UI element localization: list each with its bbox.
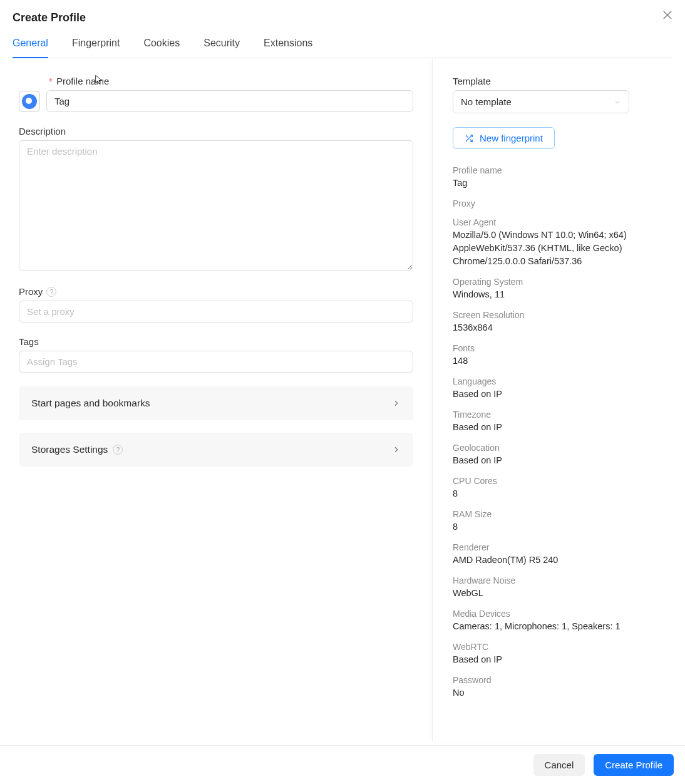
info-item: GeolocationBased on IP (453, 443, 666, 467)
info-item: Hardware NoiseWebGL (453, 575, 666, 600)
chevron-down-icon (614, 98, 621, 106)
tags-label: Tags (19, 336, 413, 347)
info-value: Based on IP (453, 421, 666, 434)
info-value: WebGL (453, 587, 666, 600)
info-item: Fonts148 (453, 343, 666, 368)
tab-security[interactable]: Security (203, 34, 240, 58)
info-key: Screen Resolution (453, 310, 666, 320)
chevron-right-icon (392, 445, 401, 454)
info-key: User Agent (453, 217, 666, 227)
help-icon[interactable]: ? (113, 445, 123, 455)
info-key: CPU Cores (453, 476, 666, 486)
info-value: Based on IP (453, 388, 666, 401)
info-item: CPU Cores8 (453, 476, 666, 500)
close-icon[interactable] (661, 9, 674, 21)
info-value: AMD Radeon(TM) R5 240 (453, 554, 666, 567)
page-title: Create Profile (13, 11, 672, 24)
info-value: 148 (453, 354, 666, 368)
profile-name-label: Profile name (56, 76, 109, 86)
svg-line-4 (466, 135, 468, 137)
info-key: Media Devices (453, 609, 666, 619)
template-select[interactable]: No template (453, 90, 629, 113)
info-key: Renderer (453, 542, 666, 552)
info-key: Languages (453, 376, 666, 386)
info-item: PasswordNo (453, 675, 666, 699)
info-item: WebRTCBased on IP (453, 642, 666, 666)
info-key: Geolocation (453, 443, 666, 453)
info-value: 8 (453, 520, 666, 534)
description-label: Description (19, 126, 413, 137)
info-key: RAM Size (453, 509, 666, 519)
required-asterisk: * (49, 76, 53, 86)
help-icon[interactable]: ? (46, 287, 56, 297)
info-key: Fonts (453, 343, 666, 353)
template-label: Template (453, 76, 666, 86)
info-key: Operating System (453, 277, 666, 287)
create-profile-button[interactable]: Create Profile (594, 754, 674, 776)
info-value: 1536x864 (453, 321, 666, 334)
info-key: Profile name (453, 165, 666, 175)
info-value: Based on IP (453, 653, 666, 666)
info-item: Screen Resolution1536x864 (453, 310, 666, 334)
globe-icon (22, 94, 37, 109)
info-item: User AgentMozilla/5.0 (Windows NT 10.0; … (453, 217, 666, 268)
tab-fingerprint[interactable]: Fingerprint (72, 34, 120, 58)
tags-input[interactable] (19, 351, 413, 373)
info-item: Operating SystemWindows, 11 (453, 277, 666, 301)
template-value: No template (461, 96, 512, 107)
info-value: 8 (453, 487, 666, 500)
info-item: RendererAMD Radeon(TM) R5 240 (453, 542, 666, 567)
info-key: Proxy (453, 199, 666, 209)
info-value: No (453, 686, 666, 699)
info-value: Tag (453, 177, 666, 190)
shuffle-icon (465, 134, 473, 143)
panel-start-label: Start pages and bookmarks (31, 398, 150, 409)
tab-cookies[interactable]: Cookies (143, 34, 180, 58)
fingerprint-info-list: Profile nameTagProxyUser AgentMozilla/5.… (453, 165, 666, 699)
info-item: Proxy (453, 199, 666, 209)
tabs: GeneralFingerprintCookiesSecurityExtensi… (13, 33, 672, 58)
info-item: TimezoneBased on IP (453, 410, 666, 434)
info-key: Hardware Noise (453, 575, 666, 585)
profile-icon-picker[interactable] (19, 91, 40, 112)
tab-general[interactable]: General (13, 34, 48, 58)
info-item: Profile nameTag (453, 165, 666, 190)
info-item: Media DevicesCameras: 1, Microphones: 1,… (453, 609, 666, 633)
info-key: Timezone (453, 410, 666, 420)
info-item: RAM Size8 (453, 509, 666, 534)
panel-storage-settings[interactable]: Storages Settings ? (19, 433, 413, 467)
profile-name-input[interactable] (46, 90, 413, 112)
info-value: Based on IP (453, 454, 666, 467)
info-value: Cameras: 1, Microphones: 1, Speakers: 1 (453, 620, 666, 633)
new-fingerprint-button[interactable]: New fingerprint (453, 127, 555, 149)
proxy-input[interactable] (19, 301, 413, 322)
info-value: Mozilla/5.0 (Windows NT 10.0; Win64; x64… (453, 229, 666, 268)
proxy-label: Proxy (19, 286, 43, 297)
new-fingerprint-label: New fingerprint (480, 133, 543, 143)
info-value: Windows, 11 (453, 288, 666, 301)
description-textarea[interactable] (19, 140, 413, 271)
panel-start-pages[interactable]: Start pages and bookmarks (19, 386, 413, 420)
panel-storage-label: Storages Settings (31, 444, 108, 455)
tab-extensions[interactable]: Extensions (264, 34, 312, 58)
info-key: Password (453, 675, 666, 685)
info-key: WebRTC (453, 642, 666, 652)
info-item: LanguagesBased on IP (453, 376, 666, 401)
chevron-right-icon (392, 399, 401, 408)
cancel-button[interactable]: Cancel (533, 754, 585, 776)
